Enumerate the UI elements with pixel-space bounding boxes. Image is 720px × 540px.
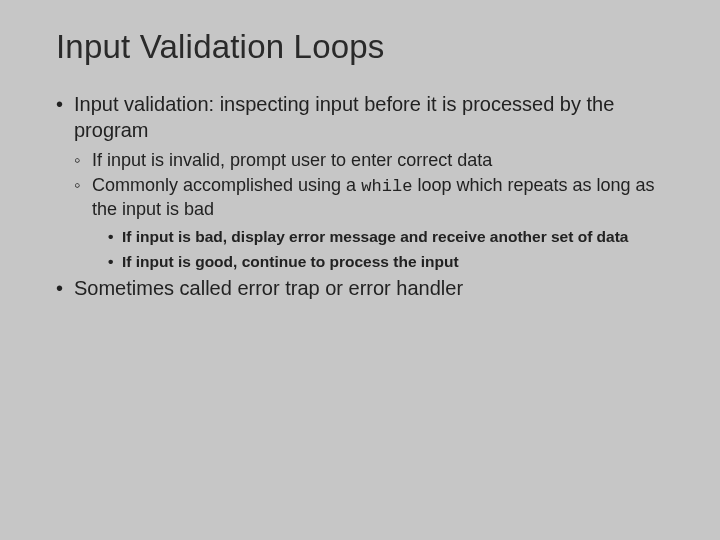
slide-title: Input Validation Loops — [56, 28, 672, 66]
bullet-sub-sublist: If input is bad, display error message a… — [108, 227, 672, 272]
bullet-text: Input validation: inspecting input befor… — [74, 93, 614, 141]
bullet-l1-error-trap: Sometimes called error trap or error han… — [56, 276, 672, 302]
bullet-sublist: If input is invalid, prompt user to ente… — [74, 149, 672, 272]
bullet-text: If input is good, continue to process th… — [122, 253, 459, 270]
code-while: while — [361, 177, 412, 196]
bullet-text: If input is bad, display error message a… — [122, 228, 629, 245]
bullet-l2-invalid-prompt: If input is invalid, prompt user to ente… — [74, 149, 672, 172]
bullet-text: Sometimes called error trap or error han… — [74, 277, 463, 299]
slide: Input Validation Loops Input validation:… — [0, 0, 720, 540]
bullet-text-pre: Commonly accomplished using a — [92, 175, 361, 195]
bullet-text: If input is invalid, prompt user to ente… — [92, 150, 492, 170]
bullet-l1-input-validation: Input validation: inspecting input befor… — [56, 92, 672, 272]
bullet-l3-input-bad: If input is bad, display error message a… — [108, 227, 672, 247]
bullet-l3-input-good: If input is good, continue to process th… — [108, 252, 672, 272]
bullet-l2-while-loop: Commonly accomplished using a while loop… — [74, 174, 672, 272]
bullet-list: Input validation: inspecting input befor… — [56, 92, 672, 302]
